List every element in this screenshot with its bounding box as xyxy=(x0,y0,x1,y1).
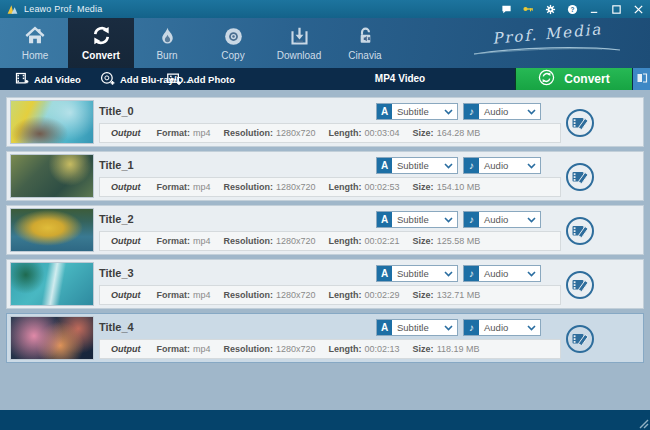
subtitle-dropdown-value: Subtitle xyxy=(397,214,444,225)
copy-disc-icon xyxy=(223,25,244,47)
close-button[interactable] xyxy=(632,3,644,15)
audio-dropdown-value: Audio xyxy=(484,160,527,171)
toolbar: Add Video Add Blu-ray/D... Add Photo MP4… xyxy=(0,68,650,90)
convert-button[interactable]: Convert xyxy=(515,68,632,90)
length-value: 00:03:04 xyxy=(365,128,400,138)
feedback-icon[interactable] xyxy=(500,3,512,15)
audio-dropdown[interactable]: ♪ Audio xyxy=(463,103,541,120)
cinavia-lock-icon xyxy=(355,25,376,47)
format-value: mp4 xyxy=(193,344,211,354)
audio-dropdown[interactable]: ♪ Audio xyxy=(463,265,541,282)
nav-item-convert[interactable]: Convert xyxy=(68,18,134,68)
subtitle-dropdown[interactable]: A Subtitle xyxy=(376,157,458,174)
nav-item-cinavia[interactable]: Cinavia xyxy=(332,18,398,68)
brand-area: Prof. Media xyxy=(472,25,622,56)
chevron-down-icon xyxy=(527,109,536,115)
edit-button[interactable] xyxy=(565,216,595,246)
length-label: Length: xyxy=(329,128,362,138)
list-item[interactable]: Title_3 A Subtitle ♪ Audio Output Format… xyxy=(6,259,644,309)
output-info: Output Format: mp4 Resolution: 1280x720 … xyxy=(99,231,561,251)
status-bar xyxy=(0,410,650,430)
edit-button[interactable] xyxy=(565,324,595,354)
size-value: 125.58 MB xyxy=(437,236,481,246)
length-value: 00:02:13 xyxy=(365,344,400,354)
add-video-button[interactable]: Add Video xyxy=(14,68,81,90)
nav-item-copy[interactable]: Copy xyxy=(200,18,266,68)
nav-item-burn[interactable]: Burn xyxy=(134,18,200,68)
list-item[interactable]: Title_2 A Subtitle ♪ Audio Output Format… xyxy=(6,205,644,255)
chevron-down-icon xyxy=(444,325,453,331)
nav-item-home[interactable]: Home xyxy=(2,18,68,68)
nav-item-label: Convert xyxy=(82,50,120,61)
add-video-label: Add Video xyxy=(34,74,81,85)
add-video-icon xyxy=(14,71,29,88)
list-item[interactable]: Title_4 A Subtitle ♪ Audio Output Format… xyxy=(6,313,644,363)
subtitle-dropdown[interactable]: A Subtitle xyxy=(376,211,458,228)
video-title: Title_0 xyxy=(99,105,134,117)
size-value: 118.19 MB xyxy=(437,344,480,354)
svg-text:?: ? xyxy=(570,5,574,12)
size-label: Size: xyxy=(413,236,434,246)
edit-button[interactable] xyxy=(565,108,595,138)
size-label: Size: xyxy=(413,182,434,192)
key-icon[interactable] xyxy=(522,3,534,15)
video-title: Title_3 xyxy=(99,267,134,279)
audio-dropdown[interactable]: ♪ Audio xyxy=(463,157,541,174)
video-title: Title_1 xyxy=(99,159,134,171)
video-thumbnail xyxy=(10,208,94,252)
chevron-down-icon xyxy=(527,163,536,169)
maximize-button[interactable] xyxy=(610,3,622,15)
resolution-label: Resolution: xyxy=(224,128,274,138)
video-thumbnail xyxy=(10,316,94,360)
resize-grip[interactable] xyxy=(637,417,649,429)
subtitle-a-icon: A xyxy=(377,104,392,119)
settings-gear-icon[interactable] xyxy=(544,3,556,15)
subtitle-dropdown-value: Subtitle xyxy=(397,268,444,279)
size-value: 164.28 MB xyxy=(437,128,481,138)
video-title: Title_4 xyxy=(99,321,134,333)
resolution-label: Resolution: xyxy=(224,236,274,246)
edit-button[interactable] xyxy=(565,270,595,300)
chevron-down-icon xyxy=(444,109,453,115)
nav-item-label: Download xyxy=(277,50,321,61)
audio-note-icon: ♪ xyxy=(464,158,479,173)
subtitle-dropdown[interactable]: A Subtitle xyxy=(376,265,458,282)
subtitle-a-icon: A xyxy=(377,158,392,173)
titlebar[interactable]: Leawo Prof. Media ? xyxy=(0,0,650,18)
edit-button[interactable] xyxy=(565,162,595,192)
resolution-value: 1280x720 xyxy=(276,236,316,246)
help-icon[interactable]: ? xyxy=(566,3,578,15)
subtitle-a-icon: A xyxy=(377,212,392,227)
resolution-label: Resolution: xyxy=(224,182,274,192)
audio-note-icon: ♪ xyxy=(464,266,479,281)
list-item[interactable]: Title_0 A Subtitle ♪ Audio Output Format… xyxy=(6,97,644,147)
resolution-value: 1280x720 xyxy=(276,290,316,300)
audio-dropdown[interactable]: ♪ Audio xyxy=(463,211,541,228)
chevron-down-icon xyxy=(527,271,536,277)
panel-toggle-button[interactable] xyxy=(633,68,650,90)
main-nav: Home Convert Burn Copy xyxy=(0,18,650,68)
audio-dropdown-value: Audio xyxy=(484,106,527,117)
output-format-selector[interactable]: MP4 Video xyxy=(350,68,450,90)
list-item[interactable]: Title_1 A Subtitle ♪ Audio Output Format… xyxy=(6,151,644,201)
audio-dropdown[interactable]: ♪ Audio xyxy=(463,319,541,336)
output-label: Output xyxy=(111,128,141,138)
add-photo-button[interactable]: Add Photo xyxy=(166,68,235,90)
add-photo-label: Add Photo xyxy=(187,74,235,85)
format-label: Format: xyxy=(157,182,191,192)
chevron-down-icon xyxy=(444,217,453,223)
subtitle-dropdown[interactable]: A Subtitle xyxy=(376,319,458,336)
output-label: Output xyxy=(111,290,141,300)
audio-note-icon: ♪ xyxy=(464,212,479,227)
length-label: Length: xyxy=(329,236,362,246)
convert-sync-icon xyxy=(90,25,113,47)
format-label: Format: xyxy=(157,290,191,300)
nav-item-download[interactable]: Download xyxy=(266,18,332,68)
minimize-button[interactable] xyxy=(588,3,600,15)
chevron-down-icon xyxy=(444,271,453,277)
subtitle-dropdown-value: Subtitle xyxy=(397,160,444,171)
subtitle-dropdown[interactable]: A Subtitle xyxy=(376,103,458,120)
subtitle-dropdown-value: Subtitle xyxy=(397,322,444,333)
resolution-value: 1280x720 xyxy=(276,344,316,354)
resolution-label: Resolution: xyxy=(224,290,274,300)
